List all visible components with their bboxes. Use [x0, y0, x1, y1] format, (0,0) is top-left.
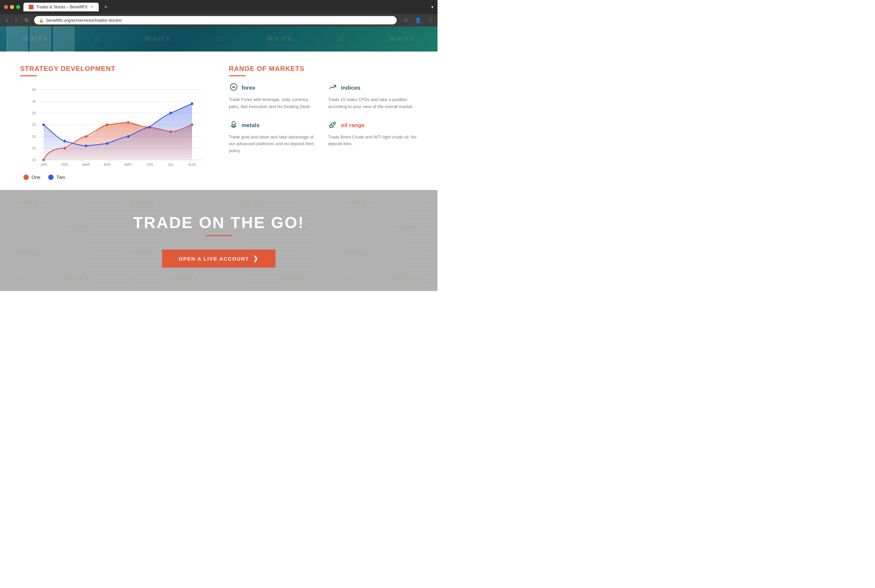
new-tab-button[interactable]: +	[104, 4, 108, 11]
dot-maximize[interactable]	[16, 5, 20, 9]
url-bar[interactable]: 🔒 benefitfx.org/en/services/trades-stock…	[34, 16, 397, 24]
header-tab-1[interactable]	[7, 26, 27, 51]
oil-desc: Trade Brent Crude and WTI light crude oi…	[328, 134, 417, 148]
cta-section: WikiFX ⊙ WikiFX ⊙ WikiFX ⊙ WikiFX ⊙ ⊙ Wi…	[0, 190, 438, 291]
strategy-underline	[20, 75, 37, 76]
svg-point-23	[64, 140, 66, 142]
svg-text:40: 40	[32, 88, 36, 92]
metals-icon	[229, 120, 238, 130]
indices-desc: Trade 15 Index CFDs and take a position …	[328, 96, 417, 110]
url-text: benefitfx.org/en/services/trades-stocks/	[47, 18, 122, 23]
market-indices: indices Trade 15 Index CFDs and take a p…	[328, 83, 417, 110]
market-forex-header: forex	[229, 83, 318, 93]
legend-two: Two	[48, 175, 65, 180]
legend-one-label: One	[32, 175, 40, 180]
chrome-dropdown-icon[interactable]: ▾	[431, 4, 433, 10]
chart-legend: One Two	[20, 175, 209, 180]
strategy-section: STRATEGY DEVELOPMENT 40 35 30 25 20 15 1…	[20, 65, 209, 177]
oil-icon	[328, 120, 337, 130]
svg-text:20: 20	[32, 135, 36, 138]
markets-grid: forex Trade Forex with leverage, sixty c…	[229, 83, 418, 154]
indices-name: indices	[341, 85, 361, 91]
forex-icon	[229, 83, 238, 93]
cta-underline	[206, 235, 232, 236]
svg-text:FEB: FEB	[61, 162, 68, 166]
svg-text:30: 30	[32, 111, 36, 115]
metals-desc: Trade gold and silver and take advantage…	[229, 134, 318, 154]
svg-point-28	[169, 112, 172, 114]
markets-title: RANGE OF MARKETS	[229, 65, 418, 73]
svg-text:JUL: JUL	[168, 162, 174, 166]
nav-back-button[interactable]: ‹	[4, 17, 10, 24]
svg-text:MAY: MAY	[125, 162, 132, 166]
market-oil-range: oil range Trade Brent Crude and WTI ligh…	[328, 120, 417, 154]
svg-text:15: 15	[32, 146, 36, 150]
tab-favicon	[29, 4, 33, 9]
oil-name: oil range	[341, 122, 365, 129]
market-metals-header: metals	[229, 120, 318, 130]
legend-one: One	[23, 175, 40, 180]
header-tab-2[interactable]	[30, 26, 51, 51]
nav-forward-button[interactable]: ›	[13, 17, 19, 24]
svg-text:MAR: MAR	[82, 162, 90, 166]
bookmark-star-icon[interactable]: ☆	[403, 17, 408, 23]
strategy-title: STRATEGY DEVELOPMENT	[20, 65, 209, 73]
svg-text:35: 35	[32, 99, 36, 104]
user-icon[interactable]: 👤	[415, 17, 421, 23]
metals-name: metals	[242, 122, 260, 129]
forex-name: forex	[242, 85, 256, 91]
market-oil-header: oil range	[328, 120, 417, 130]
url-lock-icon: 🔒	[39, 18, 44, 23]
svg-point-40	[232, 122, 235, 125]
tab-title: Trades & Stocks – BenefitFX	[36, 4, 88, 9]
cta-arrow-icon: ❯	[253, 255, 259, 262]
legend-two-label: Two	[56, 175, 65, 180]
dot-minimize[interactable]	[10, 5, 14, 9]
svg-text:10: 10	[32, 158, 36, 162]
browser-tab[interactable]: Trades & Stocks – BenefitFX ✕	[23, 3, 99, 11]
header-image: WikiFX ⊙ WikiFX ⊙ WikiFX ⊙ WikiFX	[0, 26, 438, 51]
svg-text:JAN: JAN	[41, 162, 47, 166]
markets-section: RANGE OF MARKETS forex Trade Forex with …	[229, 65, 418, 177]
market-forex: forex Trade Forex with leverage, sixty c…	[229, 83, 318, 110]
svg-text:AUG: AUG	[188, 162, 196, 166]
svg-point-22	[42, 123, 45, 126]
header-tab-3[interactable]	[54, 26, 74, 51]
svg-point-39	[233, 86, 234, 88]
svg-text:APR: APR	[104, 162, 111, 166]
cta-watermark: WikiFX ⊙ WikiFX ⊙ WikiFX ⊙ WikiFX ⊙ ⊙ Wi…	[0, 190, 438, 291]
markets-underline	[229, 75, 246, 76]
svg-point-17	[106, 123, 108, 126]
svg-point-26	[127, 135, 129, 138]
svg-point-24	[85, 144, 87, 147]
tab-close-button[interactable]: ✕	[90, 5, 93, 9]
main-content: STRATEGY DEVELOPMENT 40 35 30 25 20 15 1…	[0, 51, 438, 190]
header-tabs	[7, 26, 74, 51]
cta-title: TRADE ON THE GO!	[7, 213, 431, 232]
legend-dot-two	[48, 175, 54, 180]
chart-container: 40 35 30 25 20 15 10	[20, 83, 209, 177]
browser-chrome: Trades & Stocks – BenefitFX ✕ + ▾	[0, 0, 438, 14]
svg-text:JUN: JUN	[146, 162, 153, 166]
cta-button-label: OPEN A LIVE ACCOUNT	[179, 256, 250, 261]
browser-menu-icon[interactable]: ⋮	[428, 17, 433, 23]
svg-point-29	[191, 102, 194, 105]
svg-text:25: 25	[32, 123, 36, 127]
market-metals: metals Trade gold and silver and take ad…	[229, 120, 318, 154]
browser-dots	[4, 5, 20, 9]
indices-icon	[328, 83, 337, 93]
dot-close[interactable]	[4, 5, 8, 9]
open-live-account-button[interactable]: OPEN A LIVE ACCOUNT ❯	[162, 249, 276, 268]
svg-point-18	[127, 121, 129, 124]
browser-nav-bar: ‹ › ↻ 🔒 benefitfx.org/en/services/trades…	[0, 14, 438, 26]
forex-desc: Trade Forex with leverage, sixty currenc…	[229, 96, 318, 110]
svg-point-27	[148, 126, 151, 128]
strategy-chart: 40 35 30 25 20 15 10	[20, 83, 209, 170]
svg-point-25	[106, 142, 108, 145]
nav-refresh-button[interactable]: ↻	[23, 16, 31, 24]
legend-dot-one	[23, 175, 29, 180]
svg-point-16	[85, 135, 87, 138]
market-indices-header: indices	[328, 83, 417, 93]
